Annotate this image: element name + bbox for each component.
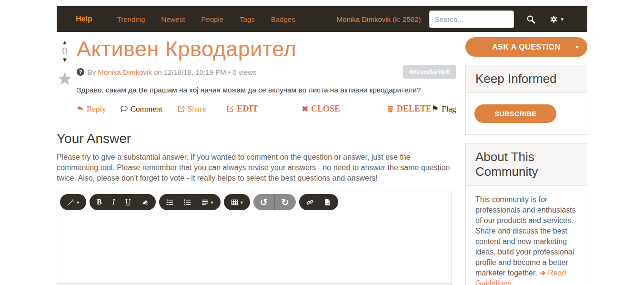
settings-menu[interactable]: ▾ [550, 15, 564, 23]
close-button[interactable]: ✖ CLOSE [302, 104, 340, 114]
nav-link-trending[interactable]: Trending [117, 15, 145, 23]
edit-icon [227, 105, 234, 112]
reply-button[interactable]: Reply [77, 104, 106, 114]
italic-button[interactable]: I [107, 194, 120, 210]
ask-question-button[interactable]: ASK A QUESTION ▾ [465, 37, 587, 57]
bullet-list-icon [166, 199, 173, 206]
question-actions: Reply Comment Share [77, 104, 456, 114]
table-button[interactable]: ▾ [226, 194, 248, 210]
chevron-down-icon: ▾ [561, 16, 564, 22]
link-icon [306, 199, 313, 206]
vote-down-icon[interactable]: ▼ [62, 57, 68, 63]
about-community-title: About This Community [466, 143, 587, 186]
comment-icon [121, 105, 128, 112]
undo-button[interactable]: ↺ [253, 194, 275, 210]
chevron-down-icon: ▾ [211, 200, 213, 205]
editor-resize-handle[interactable] [57, 283, 452, 285]
flag-button[interactable]: ⚑ Flag [432, 104, 456, 114]
share-icon [178, 105, 185, 112]
keep-informed-card: Keep Informed SUBSCRIBE [465, 65, 587, 135]
answer-text-area[interactable] [57, 213, 452, 283]
edit-button[interactable]: EDIT [227, 104, 258, 114]
arrow-right-icon: ➔ [539, 269, 545, 277]
chevron-down-icon: ▾ [77, 200, 79, 205]
table-icon [231, 199, 238, 206]
insert-image-button[interactable] [319, 194, 336, 210]
chevron-down-icon: ▾ [576, 44, 579, 50]
nav-link-tags[interactable]: Tags [240, 15, 255, 23]
eraser-icon [141, 199, 149, 206]
gear-icon [550, 15, 558, 23]
ordered-list-button[interactable] [179, 194, 196, 210]
unordered-list-button[interactable] [161, 194, 179, 210]
question-circle-icon: ? [77, 68, 84, 76]
reply-icon [77, 105, 84, 112]
your-answer-heading: Your Answer [57, 131, 452, 146]
align-icon [201, 199, 209, 206]
redo-button[interactable]: ↻ [275, 194, 296, 210]
insert-link-button[interactable] [301, 194, 319, 210]
author-link[interactable]: Monika Dimkovik [98, 68, 152, 76]
question-meta: on 12/18/18, 10:19 PM • 0 views [154, 68, 256, 76]
trash-icon [387, 105, 394, 112]
question-title: Активен Крводарител [77, 37, 456, 61]
favorite-star-icon[interactable]: ★ [57, 71, 73, 87]
about-community-card: About This Community This community is f… [465, 143, 587, 285]
by-label: By [88, 68, 96, 76]
nav-link-badges[interactable]: Badges [271, 15, 295, 23]
image-icon [324, 199, 331, 206]
delete-button[interactable]: DELETE [387, 104, 432, 114]
underline-button[interactable]: U [120, 194, 136, 210]
vote-count: 0 [62, 45, 68, 57]
bold-button[interactable]: B [91, 194, 107, 210]
search-input[interactable] [429, 10, 514, 28]
editor-toolbar: ▾ B I U [57, 191, 452, 213]
vote-widget: ▲ 0 ▼ ★ [57, 37, 73, 114]
tag-badge[interactable]: #Krvodariteli [403, 65, 456, 79]
keep-informed-title: Keep Informed [466, 65, 587, 93]
question-body: Здраво, сакам да Ве прашам на кој начин … [77, 86, 456, 94]
question-byline: ? By Monika Dimkovik on 12/18/18, 10:19 … [77, 65, 456, 79]
nav-brand-help[interactable]: Help [76, 15, 92, 23]
top-navbar: Help Trending Newest People Tags Badges … [57, 6, 587, 32]
comment-button[interactable]: Comment [121, 104, 162, 114]
magic-wand-icon [67, 199, 74, 206]
nav-link-newest[interactable]: Newest [161, 15, 185, 23]
share-button[interactable]: Share [178, 104, 206, 114]
subscribe-button[interactable]: SUBSCRIBE [474, 104, 556, 123]
close-x-icon: ✖ [302, 104, 308, 113]
about-community-text: This community is for professionals and … [466, 186, 587, 285]
user-profile-link[interactable]: Monika Dimkovik (k: 2502) [337, 15, 421, 23]
paragraph-align-button[interactable]: ▾ [196, 194, 219, 210]
flag-icon: ⚑ [432, 104, 439, 114]
answer-instructions: Please try to give a substantial answer.… [57, 152, 452, 183]
chevron-down-icon: ▾ [241, 200, 243, 205]
search-icon[interactable] [526, 15, 535, 24]
answer-editor: ▾ B I U [57, 191, 452, 285]
style-dropdown-button[interactable]: ▾ [62, 194, 84, 210]
numbered-list-icon [184, 199, 191, 206]
remove-format-button[interactable] [136, 194, 154, 210]
vote-up-icon[interactable]: ▲ [62, 39, 68, 45]
nav-link-people[interactable]: People [201, 15, 223, 23]
